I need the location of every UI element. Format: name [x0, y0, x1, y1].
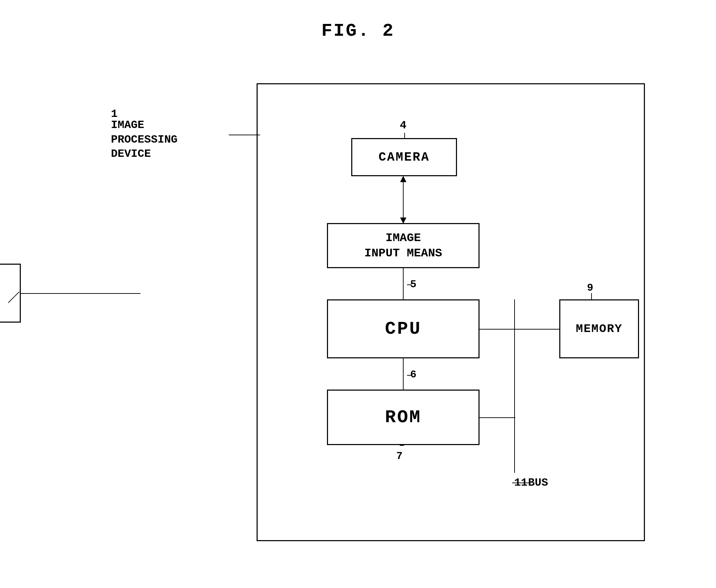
bracket-5 — [407, 284, 411, 285]
camera-label: CAMERA — [379, 150, 430, 164]
ipd-label: IMAGEPROCESSINGDEVICE — [111, 118, 178, 161]
num-6: 6 — [410, 369, 416, 381]
line-iim-cpu — [403, 268, 404, 299]
arrow-line — [403, 177, 404, 219]
iim-label: IMAGEINPUT MEANS — [364, 230, 442, 261]
camera-number: 4 — [400, 119, 406, 132]
arrowhead-up — [400, 176, 406, 182]
line-cpu-bus — [480, 329, 515, 330]
rom-label: ROM — [385, 407, 422, 428]
bus-label: BUS — [528, 476, 548, 489]
bracket-bus — [512, 483, 529, 483]
camera-box: CAMERA — [351, 138, 457, 176]
line-control-cpu — [21, 293, 140, 294]
cpu-box: CPU — [327, 299, 480, 358]
image-input-means-box: IMAGEINPUT MEANS — [327, 223, 480, 268]
memory-label: MEMORY — [576, 322, 622, 335]
line-cpu-rom — [403, 358, 404, 390]
bracket-7 — [400, 445, 404, 446]
memory-box: MEMORY — [559, 299, 639, 358]
diagram-area: 4 CAMERA IMAGEINPUT MEANS 5 CPU 6 ROM — [69, 49, 647, 546]
page-title: FIG. 2 — [0, 21, 716, 41]
bracket-6 — [407, 375, 411, 376]
rom-box: ROM — [327, 390, 480, 445]
num-7: 7 — [396, 450, 403, 462]
bus-line — [514, 299, 515, 473]
main-box: 4 CAMERA IMAGEINPUT MEANS 5 CPU 6 ROM — [257, 83, 645, 541]
memory-bracket — [591, 293, 592, 300]
line-rom-bus — [480, 417, 515, 418]
memory-number: 9 — [587, 282, 593, 294]
bracket-line-ipd — [229, 135, 260, 135]
cpu-label: CPU — [385, 319, 422, 339]
